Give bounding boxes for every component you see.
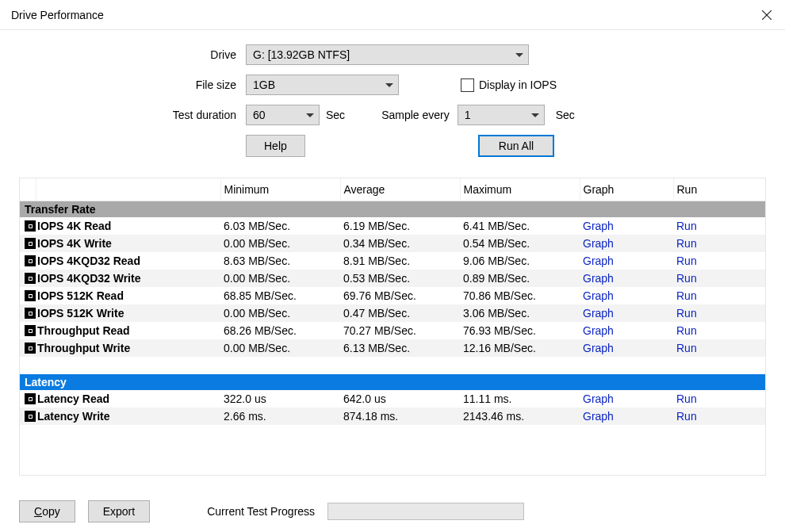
col-run[interactable]: Run [673,178,766,201]
row-max: 76.93 MB/Sec. [460,322,580,339]
sample-every-label: Sample every [381,109,450,121]
graph-link[interactable]: Graph [583,255,614,267]
run-link[interactable]: Run [676,324,697,337]
graph-link[interactable]: Graph [583,220,614,232]
col-min[interactable]: Minimum [220,178,340,201]
row-min: 0.00 MB/Sec. [220,235,340,252]
row-marker-icon [25,343,36,354]
graph-link[interactable]: Graph [583,272,614,285]
run-link[interactable]: Run [676,392,697,405]
sample-every-value: 1 [465,109,471,121]
row-name: Throughput Read [36,322,220,339]
table-row[interactable]: Throughput Read68.26 MB/Sec.70.27 MB/Sec… [20,322,766,339]
row-name: IOPS 512K Write [36,304,220,322]
close-icon [762,10,772,20]
config-panel: Drive G: [13.92GB NTFS] File size 1GB Di… [0,30,785,173]
run-link[interactable]: Run [676,307,697,320]
close-button[interactable] [749,0,785,29]
filesize-select-value: 1GB [253,78,275,91]
row-min: 322.0 us [220,390,340,408]
filesize-label: File size [19,78,246,91]
graph-link[interactable]: Graph [583,392,614,405]
results-table: Minimum Average Maximum Graph Run Transf… [19,178,766,476]
copy-button[interactable]: Copy [19,500,75,522]
table-row[interactable]: Throughput Write0.00 MB/Sec.6.13 MB/Sec.… [20,339,766,357]
row-name: Latency Read [36,390,220,408]
section-header[interactable]: Transfer Rate [20,201,766,218]
table-row[interactable]: IOPS 4K Read6.03 MB/Sec.6.19 MB/Sec.6.41… [20,217,766,235]
chevron-down-icon [306,113,314,117]
run-link[interactable]: Run [676,237,697,250]
table-row[interactable]: Latency Write2.66 ms.874.18 ms.2143.46 m… [20,408,766,425]
run-link[interactable]: Run [676,272,697,285]
row-max: 11.11 ms. [460,390,580,408]
row-min: 0.00 MB/Sec. [220,304,340,322]
row-avg: 0.53 MB/Sec. [340,270,460,287]
row-max: 0.54 MB/Sec. [460,235,580,252]
row-avg: 8.91 MB/Sec. [340,252,460,270]
row-max: 6.41 MB/Sec. [460,217,580,235]
run-link[interactable]: Run [676,342,697,354]
run-link[interactable]: Run [676,410,697,423]
table-row[interactable]: IOPS 512K Write0.00 MB/Sec.0.47 MB/Sec.3… [20,304,766,322]
row-max: 0.89 MB/Sec. [460,270,580,287]
graph-link[interactable]: Graph [583,410,614,423]
row-marker-icon [25,393,36,404]
titlebar: Drive Performance [0,0,785,30]
row-avg: 70.27 MB/Sec. [340,322,460,339]
export-button[interactable]: Export [88,500,150,522]
section-header[interactable]: Latency [20,374,766,390]
row-avg: 69.76 MB/Sec. [340,287,460,304]
export-button-label: Export [103,505,135,518]
row-avg: 6.19 MB/Sec. [340,217,460,235]
row-avg: 6.13 MB/Sec. [340,339,460,357]
row-min: 2.66 ms. [220,408,340,425]
test-duration-value: 60 [253,109,266,121]
graph-link[interactable]: Graph [583,237,614,250]
test-duration-label: Test duration [19,109,246,121]
drive-select-value: G: [13.92GB NTFS] [253,48,350,61]
help-button[interactable]: Help [246,135,305,157]
row-min: 8.63 MB/Sec. [220,252,340,270]
col-name[interactable] [36,178,220,201]
table-row[interactable]: IOPS 512K Read68.85 MB/Sec.69.76 MB/Sec.… [20,287,766,304]
row-min: 68.26 MB/Sec. [220,322,340,339]
run-link[interactable]: Run [676,289,697,302]
run-link[interactable]: Run [676,255,697,267]
row-name: Throughput Write [36,339,220,357]
filesize-select[interactable]: 1GB [246,75,399,95]
graph-link[interactable]: Graph [583,324,614,337]
row-marker-icon [25,255,36,266]
drive-select[interactable]: G: [13.92GB NTFS] [246,44,529,65]
progress-bar [327,503,524,520]
graph-link[interactable]: Graph [583,342,614,354]
table-row[interactable]: IOPS 4KQD32 Write0.00 MB/Sec.0.53 MB/Sec… [20,270,766,287]
row-min: 0.00 MB/Sec. [220,339,340,357]
row-marker-icon [25,220,36,232]
col-graph[interactable]: Graph [580,178,673,201]
table-row[interactable]: IOPS 4K Write0.00 MB/Sec.0.34 MB/Sec.0.5… [20,235,766,252]
col-avg[interactable]: Average [340,178,460,201]
row-name: IOPS 4K Write [36,235,220,252]
row-name: IOPS 4K Read [36,217,220,235]
row-avg: 0.34 MB/Sec. [340,235,460,252]
sample-every-select[interactable]: 1 [458,105,545,125]
run-all-button[interactable]: Run All [478,135,554,157]
graph-link[interactable]: Graph [583,289,614,302]
test-duration-select[interactable]: 60 [246,105,320,125]
chevron-down-icon [515,53,523,57]
table-row[interactable]: IOPS 4KQD32 Read8.63 MB/Sec.8.91 MB/Sec.… [20,252,766,270]
row-max: 2143.46 ms. [460,408,580,425]
row-min: 68.85 MB/Sec. [220,287,340,304]
row-max: 12.16 MB/Sec. [460,339,580,357]
display-iops-checkbox[interactable] [461,78,474,92]
graph-link[interactable]: Graph [583,307,614,320]
run-link[interactable]: Run [676,220,697,232]
row-avg: 0.47 MB/Sec. [340,304,460,322]
table-row[interactable]: Latency Read322.0 us642.0 us11.11 ms.Gra… [20,390,766,408]
table-header-row: Minimum Average Maximum Graph Run [20,178,766,201]
row-marker-icon [25,308,36,319]
row-name: IOPS 4KQD32 Read [36,252,220,270]
col-max[interactable]: Maximum [460,178,580,201]
copy-button-label: Copy [34,505,60,518]
